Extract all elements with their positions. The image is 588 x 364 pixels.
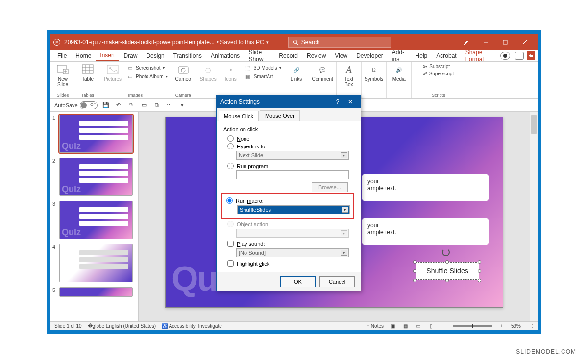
tab-shape-format[interactable]: Shape Format (462, 48, 497, 64)
thumbnail-5[interactable] (59, 287, 133, 297)
cancel-button[interactable]: Cancel (319, 276, 355, 287)
dialog-titlebar[interactable]: Action Settings ? ✕ (217, 96, 361, 108)
tab-acrobat[interactable]: Acrobat (432, 51, 460, 61)
selection-handle[interactable] (413, 279, 416, 282)
zoom-out-button[interactable]: − (441, 323, 447, 330)
autosave-toggle[interactable]: Off (80, 101, 98, 109)
macro-select[interactable]: ShuffleSlides▾ (237, 205, 350, 214)
zoom-in-button[interactable]: + (498, 323, 505, 330)
tab-draw[interactable]: Draw (120, 51, 141, 61)
view-slideshow-icon[interactable]: ▯ (428, 323, 435, 330)
thumbnail-2[interactable]: Quiz (59, 158, 133, 196)
fit-to-window-icon[interactable]: ⛶ (527, 323, 534, 330)
answer-card-1[interactable]: yourample text. (362, 174, 489, 201)
symbols-button[interactable]: ΩSymbols (365, 64, 383, 82)
zoom-slider[interactable] (453, 325, 492, 327)
opt-hyperlink[interactable]: Hyperlink to: (227, 143, 354, 149)
tab-home[interactable]: Home (72, 51, 95, 61)
selection-handle[interactable] (445, 260, 449, 264)
thumbnail-1[interactable]: Quiz (59, 115, 133, 153)
thumb-num-3: 3 (52, 201, 57, 239)
comment-button[interactable]: 💬Comment (312, 64, 333, 82)
answer-card-2[interactable]: yourample text. (362, 218, 489, 245)
dialog-title: Action Settings (220, 98, 260, 105)
thumbnail-4[interactable] (59, 244, 133, 282)
zoom-percent[interactable]: 59% (511, 323, 521, 329)
language-status[interactable]: �globe English (United States) (88, 323, 156, 329)
tab-mouse-click[interactable]: Mouse Click (219, 111, 259, 121)
accessibility-status[interactable]: ♿ Accessibility: Investigate (162, 323, 222, 329)
subscript-icon: x₂ (423, 64, 427, 69)
qat-caret-icon[interactable]: ▾ (178, 101, 187, 110)
tab-insert[interactable]: Insert (96, 50, 119, 61)
comments-toggle-icon[interactable] (515, 52, 524, 60)
selection-handle[interactable] (478, 279, 481, 282)
view-reading-icon[interactable]: ▭ (415, 323, 422, 330)
chk-highlight-click[interactable]: Highlight click (227, 260, 354, 267)
screenshot-button[interactable]: ▭Screenshot▾ (126, 64, 168, 72)
new-slide-button[interactable]: New Slide (53, 64, 72, 87)
title-caret-icon[interactable]: ▾ (266, 40, 269, 45)
dialog-help-button[interactable]: ? (331, 96, 344, 108)
close-button[interactable] (515, 34, 535, 50)
undo-button[interactable]: ↶ (114, 101, 123, 110)
selection-handle[interactable] (478, 260, 481, 264)
run-program-input[interactable] (236, 170, 349, 179)
textbox-button[interactable]: AText Box (340, 64, 358, 87)
qat-slideshow-icon[interactable]: ▭ (140, 101, 148, 110)
sound-select[interactable]: [No Sound]▾ (236, 248, 349, 257)
opt-run-program[interactable]: Run program: (227, 163, 354, 169)
selection-handle[interactable] (445, 279, 449, 282)
opt-run-macro[interactable]: Run macro: (226, 197, 351, 204)
superscript-button[interactable]: x²Superscript (423, 71, 454, 76)
shuffle-slides-shape[interactable]: Shuffle Slides (416, 262, 479, 280)
thumbnail-panel[interactable]: 1Quiz 2Quiz 3Quiz 4 5 (50, 112, 139, 321)
dialog-close-button[interactable]: ✕ (344, 96, 357, 108)
notes-button[interactable]: ≡ Notes (367, 323, 384, 329)
scrollbar-thumb[interactable] (531, 115, 537, 134)
media-button[interactable]: 🔊Media (390, 64, 408, 82)
tab-mouse-over[interactable]: Mouse Over (260, 110, 300, 121)
maximize-button[interactable] (495, 34, 515, 50)
selection-handle[interactable] (413, 269, 416, 273)
shapes-button[interactable]: ◯Shapes (199, 64, 218, 82)
rotate-handle-icon[interactable] (442, 248, 450, 256)
cameo-button[interactable]: Cameo (174, 64, 193, 82)
smartart-button[interactable]: ▦SmartArt (244, 73, 281, 80)
tab-review[interactable]: Review (303, 51, 330, 61)
tab-transitions[interactable]: Transitions (170, 51, 206, 61)
selection-handle[interactable] (478, 269, 481, 273)
slide-counter[interactable]: Slide 1 of 10 (54, 323, 82, 329)
subscript-button[interactable]: x₂Subscript (423, 64, 450, 69)
ok-button[interactable]: OK (280, 276, 316, 287)
tab-help[interactable]: Help (412, 51, 432, 61)
tab-developer[interactable]: Developer (352, 51, 387, 61)
share-button[interactable] (527, 51, 535, 60)
qat-copy-icon[interactable]: ⧉ (152, 101, 161, 110)
tab-design[interactable]: Design (142, 51, 168, 61)
opt-none[interactable]: None (227, 135, 354, 142)
save-button[interactable]: 💾 (101, 101, 110, 110)
photo-album-button[interactable]: ▭Photo Album▾ (126, 73, 168, 80)
selection-handle[interactable] (413, 260, 416, 264)
view-sorter-icon[interactable]: ▦ (402, 323, 409, 330)
table-button[interactable]: Table (78, 64, 97, 82)
3d-models-button[interactable]: ⬚3D Models▾ (244, 64, 281, 72)
tab-animations[interactable]: Animations (207, 51, 244, 61)
search-input[interactable]: Search (288, 37, 391, 48)
tab-file[interactable]: File (53, 51, 71, 61)
thumbnail-3[interactable]: Quiz (59, 201, 133, 239)
qat-more-icon[interactable]: ⋯ (165, 101, 174, 110)
links-button[interactable]: 🔗Links (287, 64, 306, 82)
hyperlink-select[interactable]: Next Slide▾ (236, 151, 349, 160)
chk-play-sound[interactable]: Play sound: (227, 241, 354, 247)
tab-view[interactable]: View (331, 51, 351, 61)
redo-button[interactable]: ↷ (127, 101, 136, 110)
pictures-button[interactable]: Pictures (103, 64, 122, 82)
vertical-scrollbar[interactable] (530, 112, 538, 321)
record-indicator-icon[interactable] (500, 52, 510, 60)
view-normal-icon[interactable]: ▣ (390, 323, 396, 330)
tab-record[interactable]: Record (275, 51, 302, 61)
icons-button[interactable]: ✦Icons (221, 64, 240, 82)
browse-button[interactable]: Browse... (312, 182, 348, 192)
